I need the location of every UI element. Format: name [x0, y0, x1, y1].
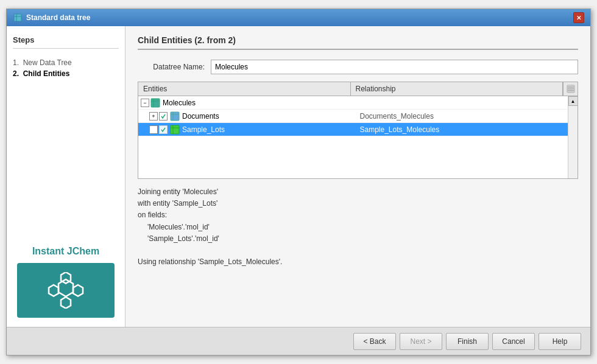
back-button[interactable]: < Back: [353, 333, 396, 350]
datatree-label: Datatree Name:: [138, 63, 205, 71]
dialog: Standard data tree ✕ Steps 1. New Data T…: [6, 9, 591, 355]
next-button[interactable]: Next >: [400, 333, 442, 350]
col-entities: Entities: [138, 82, 351, 96]
content-area: Steps 1. New Data Tree 2. Child Entities…: [7, 26, 590, 327]
step-1-label: New Data Tree: [23, 58, 72, 67]
svg-marker-7: [73, 285, 83, 296]
main-content: Child Entities (2. from 2) Datatree Name…: [125, 26, 590, 327]
sidebar: Steps 1. New Data Tree 2. Child Entities…: [7, 26, 125, 327]
step-1-number: 1.: [13, 58, 19, 67]
hex-logo-svg: [48, 272, 84, 309]
step-2-label: Child Entities: [23, 69, 70, 78]
relationship-samplelots: Sample_Lots_Molecules: [355, 124, 568, 135]
title-bar: Standard data tree ✕: [7, 9, 590, 26]
samplelots-icon: [170, 125, 180, 135]
table-row[interactable]: − Molecules: [138, 96, 568, 110]
step-2: 2. Child Entities: [13, 68, 119, 79]
steps-title: Steps: [13, 35, 119, 49]
relationship-documents: Documents_Molecules: [355, 111, 568, 122]
tree-cell-entities: − Molecules: [138, 97, 351, 109]
brand-name: Instant JChem: [13, 246, 119, 257]
svg-marker-6: [49, 285, 58, 296]
tree-container: Entities Relationship: [138, 82, 578, 179]
documents-label: Documents: [182, 112, 219, 121]
svg-marker-5: [61, 297, 71, 309]
info-line-5: 'Sample_Lots'.'mol_id': [138, 233, 578, 245]
section-title: Child Entities (2. from 2): [138, 35, 578, 50]
datatree-name-input[interactable]: [211, 60, 578, 74]
sidebar-brand: Instant JChem: [13, 246, 119, 318]
tree-scroll-wrap: − Molecules: [138, 96, 578, 179]
table-row[interactable]: +: [138, 110, 568, 123]
svg-rect-12: [151, 99, 160, 107]
checkbox-documents[interactable]: [159, 112, 168, 121]
dialog-title-icon: [13, 13, 23, 23]
expand-documents[interactable]: +: [149, 112, 158, 121]
brand-logo: [17, 263, 115, 318]
step-1: 1. New Data Tree: [13, 57, 119, 68]
svg-rect-0: [14, 14, 21, 21]
checkbox-samplelots[interactable]: [159, 125, 168, 134]
info-line-2: with entity 'Sample_Lots': [138, 198, 578, 209]
documents-icon: [170, 111, 180, 121]
steps-list: 1. New Data Tree 2. Child Entities: [13, 57, 119, 79]
svg-rect-18: [171, 125, 179, 134]
info-text: Joining entity 'Molecules' with entity '…: [138, 186, 578, 268]
tree-scrollbar[interactable]: ▲ ▼: [568, 96, 578, 179]
dialog-title: Standard data tree: [26, 13, 90, 22]
close-button[interactable]: ✕: [573, 12, 584, 23]
tree-scroll-content[interactable]: − Molecules: [138, 96, 568, 179]
datatree-name-row: Datatree Name:: [138, 60, 578, 74]
col-relationship: Relationship: [351, 82, 563, 96]
tree-cell-samplelots: +: [138, 124, 355, 136]
title-bar-left: Standard data tree: [13, 13, 90, 23]
info-line-6: Using relationship 'Sample_Lots_Molecule…: [138, 256, 578, 268]
tree-header: Entities Relationship: [138, 82, 578, 96]
molecules-icon: [150, 98, 160, 108]
table-row[interactable]: +: [138, 123, 568, 136]
cancel-button[interactable]: Cancel: [492, 333, 535, 350]
footer: < Back Next > Finish Cancel Help: [7, 327, 590, 355]
help-button[interactable]: Help: [539, 333, 581, 350]
relationship-molecules: [351, 102, 568, 104]
molecules-label: Molecules: [163, 99, 196, 107]
info-line-3: on fields:: [138, 209, 578, 221]
expand-samplelots[interactable]: +: [149, 125, 158, 134]
tree-cell-documents: +: [138, 110, 355, 122]
info-line-blank: [138, 245, 578, 256]
finish-button[interactable]: Finish: [446, 333, 489, 350]
info-line-4: 'Molecules'.'mol_id': [138, 222, 578, 233]
scroll-up-arrow[interactable]: ▲: [568, 96, 578, 106]
svg-marker-3: [58, 279, 73, 296]
info-line-1: Joining entity 'Molecules': [138, 186, 578, 198]
svg-marker-4: [61, 272, 71, 284]
step-2-number: 2.: [13, 69, 19, 78]
tree-settings-icon[interactable]: [563, 82, 578, 96]
samplelots-label: Sample_Lots: [182, 125, 225, 134]
expand-molecules[interactable]: −: [141, 99, 149, 107]
svg-rect-15: [171, 112, 179, 121]
